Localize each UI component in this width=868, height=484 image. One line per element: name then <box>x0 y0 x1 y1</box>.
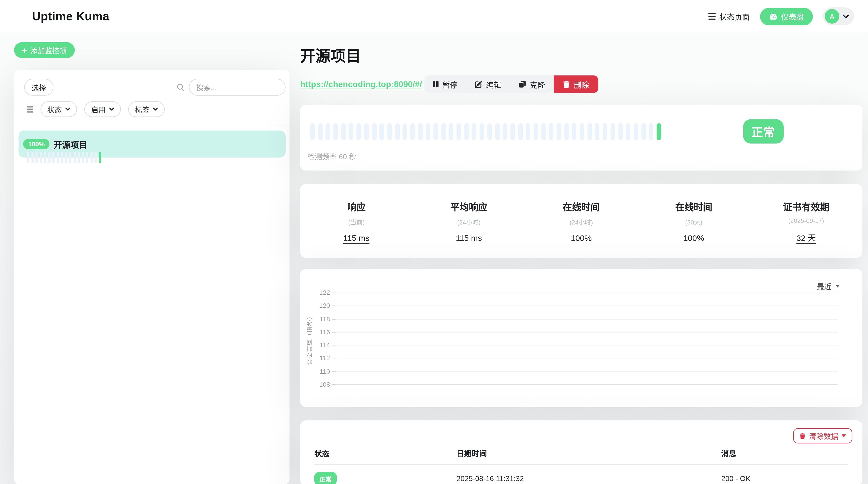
heartbeat-empty-bar[interactable] <box>333 123 338 140</box>
heartbeat-empty-bar[interactable] <box>73 152 76 163</box>
heartbeat-empty-bar[interactable] <box>48 152 51 163</box>
heartbeat-empty-bar[interactable] <box>39 152 42 163</box>
search-icon <box>177 83 185 91</box>
y-tick-label: 116 <box>320 329 330 335</box>
heartbeat-empty-bar[interactable] <box>379 123 384 140</box>
chevron-down-icon <box>843 14 849 18</box>
heartbeat-empty-bar[interactable] <box>641 123 646 140</box>
heartbeat-empty-bar[interactable] <box>410 123 415 140</box>
heartbeat-empty-bar[interactable] <box>90 152 92 163</box>
heartbeat-empty-bar[interactable] <box>82 152 84 163</box>
heartbeat-up-bar[interactable] <box>99 152 101 163</box>
table-row[interactable]: 正常 2025-08-16 11:31:32 200 - OK <box>314 465 848 484</box>
heartbeat-empty-bar[interactable] <box>364 123 369 140</box>
heartbeat-empty-bar[interactable] <box>52 152 55 163</box>
heartbeat-empty-bar[interactable] <box>457 123 461 140</box>
stat-value[interactable]: 115 ms <box>300 234 413 243</box>
heartbeat-empty-bar[interactable] <box>495 123 499 140</box>
add-monitor-button[interactable]: + 添加监控项 <box>14 42 75 58</box>
heartbeat-empty-bar[interactable] <box>549 123 553 140</box>
heartbeat-empty-bar[interactable] <box>434 123 438 140</box>
stat-uptime-24h: 在线时间 (24小时) 100% <box>525 200 638 243</box>
heartbeat-empty-bar[interactable] <box>44 152 46 163</box>
heartbeat-empty-bar[interactable] <box>403 123 407 140</box>
avatar: A <box>825 9 839 24</box>
heartbeat-empty-bar[interactable] <box>556 123 561 140</box>
heartbeat-empty-bar[interactable] <box>61 152 63 163</box>
profile-menu[interactable]: A <box>823 7 854 25</box>
heartbeat-empty-bar[interactable] <box>510 123 515 140</box>
app-logo[interactable]: Uptime Kuma <box>32 9 109 23</box>
history-table-header: 状态 日期时间 消息 <box>314 420 848 465</box>
gridline: 108 <box>336 385 838 385</box>
heartbeat-empty-bar[interactable] <box>387 123 392 140</box>
heartbeat-empty-bar[interactable] <box>580 123 584 140</box>
heartbeat-empty-bar[interactable] <box>326 123 330 140</box>
heartbeat-empty-bar[interactable] <box>572 123 577 140</box>
heartbeat-empty-bar[interactable] <box>441 123 445 140</box>
heartbeat-empty-bar[interactable] <box>349 123 353 140</box>
heartbeat-empty-bar[interactable] <box>503 123 507 140</box>
heartbeat-empty-bar[interactable] <box>395 123 399 140</box>
dashboard-button[interactable]: 仪表盘 <box>760 7 813 25</box>
heartbeat-empty-bar[interactable] <box>449 123 453 140</box>
heartbeat-empty-bar[interactable] <box>618 123 623 140</box>
heartbeat-empty-bar[interactable] <box>464 123 469 140</box>
heartbeat-empty-bar[interactable] <box>95 152 97 163</box>
heartbeat-empty-bar[interactable] <box>603 123 608 140</box>
filter-active[interactable]: 启用 <box>84 101 121 117</box>
heartbeat-empty-bar[interactable] <box>587 123 592 140</box>
heartbeat-empty-bar[interactable] <box>318 123 323 140</box>
delete-button[interactable]: 删除 <box>554 76 598 93</box>
clone-button[interactable]: 克隆 <box>510 76 554 93</box>
select-button[interactable]: 选择 <box>24 79 53 95</box>
sort-icon[interactable] <box>27 106 33 112</box>
heartbeat-empty-bar[interactable] <box>31 152 33 163</box>
search-input[interactable] <box>189 79 286 95</box>
heartbeat-bar-large[interactable] <box>310 123 661 140</box>
filter-status[interactable]: 状态 <box>40 101 77 117</box>
heartbeat-empty-bar[interactable] <box>356 123 361 140</box>
heartbeat-empty-bar[interactable] <box>86 152 88 163</box>
heartbeat-empty-bar[interactable] <box>35 152 38 163</box>
history-card: 清除数据 状态 日期时间 消息 正常 2025-08-16 11:31:32 2… <box>300 420 862 484</box>
heartbeat-empty-bar[interactable] <box>57 152 59 163</box>
edit-button[interactable]: 编辑 <box>466 76 510 93</box>
stat-value[interactable]: 32 天 <box>750 231 862 243</box>
filter-tags[interactable]: 标签 <box>128 101 165 117</box>
pause-button[interactable]: 暂停 <box>425 76 466 93</box>
heartbeat-bar-small[interactable] <box>27 152 289 163</box>
heartbeat-empty-bar[interactable] <box>472 123 476 140</box>
stats-card: 响应 (当前) 115 ms 平均响应 (24小时) 115 ms 在线时间 (… <box>300 184 862 258</box>
heartbeat-empty-bar[interactable] <box>341 123 346 140</box>
heartbeat-empty-bar[interactable] <box>649 123 653 140</box>
status-pages-link[interactable]: 状态页面 <box>708 11 750 22</box>
heartbeat-empty-bar[interactable] <box>610 123 615 140</box>
heartbeat-empty-bar[interactable] <box>526 123 530 140</box>
heartbeat-empty-bar[interactable] <box>541 123 546 140</box>
heartbeat-empty-bar[interactable] <box>564 123 569 140</box>
heartbeat-empty-bar[interactable] <box>626 123 630 140</box>
heartbeat-empty-bar[interactable] <box>27 152 29 163</box>
header-message: 消息 <box>721 447 848 458</box>
heartbeat-empty-bar[interactable] <box>480 123 484 140</box>
heartbeat-empty-bar[interactable] <box>426 123 430 140</box>
clear-data-button[interactable]: 清除数据 <box>793 428 852 444</box>
heartbeat-empty-bar[interactable] <box>65 152 67 163</box>
header-status: 状态 <box>314 447 457 458</box>
heartbeat-empty-bar[interactable] <box>69 152 71 163</box>
heartbeat-empty-bar[interactable] <box>595 123 600 140</box>
heartbeat-up-bar[interactable] <box>657 123 661 140</box>
heartbeat-empty-bar[interactable] <box>418 123 423 140</box>
heartbeat-empty-bar[interactable] <box>78 152 80 163</box>
monitor-url-link[interactable]: https://chencoding.top:8090/#/ <box>300 79 422 89</box>
heartbeat-empty-bar[interactable] <box>372 123 376 140</box>
heartbeat-empty-bar[interactable] <box>633 123 638 140</box>
navbar: Uptime Kuma 状态页面 仪表盘 A <box>0 0 868 33</box>
heartbeat-empty-bar[interactable] <box>487 123 492 140</box>
chart-period-dropdown[interactable]: 最近 <box>817 281 840 292</box>
heartbeat-empty-bar[interactable] <box>518 123 523 140</box>
y-tick-label: 114 <box>320 342 330 348</box>
heartbeat-empty-bar[interactable] <box>310 123 315 140</box>
heartbeat-empty-bar[interactable] <box>533 123 538 140</box>
